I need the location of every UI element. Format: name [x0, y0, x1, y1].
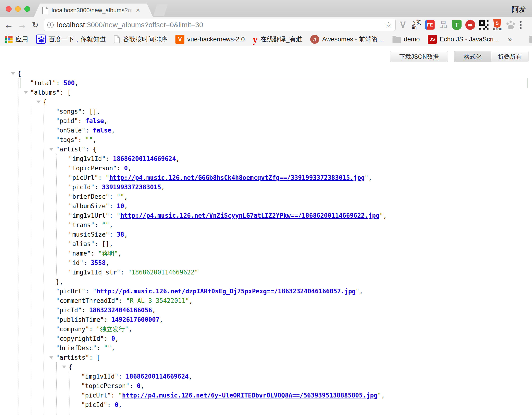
json-line: "tags": "",	[56, 135, 96, 145]
json-line: "picId": 0,	[81, 400, 122, 410]
json-line: "albums": [	[30, 88, 71, 97]
page-icon	[114, 36, 120, 43]
json-line: "artists": [	[56, 353, 100, 362]
json-line: "albumSize": 10,	[68, 201, 128, 211]
collapse-arrow-icon[interactable]	[11, 72, 15, 75]
bookmark-label: Echo JS - JavaScri…	[439, 36, 500, 43]
paw-icon[interactable]	[505, 19, 516, 31]
titlebar: localhost:3000/new_albums?of × 阿发	[0, 0, 532, 17]
apps-grid-icon	[5, 36, 12, 43]
json-url-link[interactable]: http://p4.music.126.net/6y-UleORITEDbvrO…	[122, 392, 377, 399]
json-line: {	[68, 362, 72, 372]
json-url-link[interactable]: http://p4.music.126.net/G6Gb8hsCk4h8oemc…	[109, 174, 365, 181]
new-tab-button[interactable]	[153, 4, 168, 16]
bookmark-label: vue-hackernews-2.0	[187, 36, 245, 43]
json-line: "artist": {	[56, 145, 96, 154]
bookmark-item[interactable]: 谷歌按时间排序	[114, 35, 167, 44]
close-window-button[interactable]	[6, 6, 12, 12]
bookmark-label: 谷歌按时间排序	[123, 35, 167, 44]
json-line: "img1v1Id": 18686200114669624,	[81, 372, 192, 381]
sitemap-icon[interactable]: 品	[438, 19, 448, 31]
echojs-icon: JS	[428, 35, 437, 44]
json-line: "picId": 18632324046166056,	[56, 305, 156, 315]
json-line: "picUrl": "http://p4.music.126.net/G6Gb8…	[68, 173, 372, 183]
minimize-window-button[interactable]	[15, 6, 21, 12]
bookmark-item[interactable]: demo	[392, 36, 420, 43]
json-line: "name": "蒋明",	[68, 249, 122, 258]
collapse-arrow-icon[interactable]	[62, 366, 66, 368]
maximize-window-button[interactable]	[24, 6, 30, 12]
forward-button[interactable]: →	[16, 17, 28, 33]
bookmark-label: demo	[404, 36, 420, 43]
bookmark-label: 百度一下，你就知道	[48, 35, 106, 44]
download-json-button[interactable]: 下载JSON数据	[390, 51, 448, 62]
bookmark-label: Awesomes - 前端资…	[322, 35, 384, 44]
tab-close-icon[interactable]: ×	[136, 7, 140, 14]
tab-favicon-page-icon	[42, 7, 48, 14]
address-bar[interactable]: i localhost:3000/new_albums?offset=0&lim…	[44, 19, 396, 31]
bookmark-item[interactable]: Vvue-hackernews-2.0	[175, 35, 245, 44]
format-button[interactable]: 格式化	[454, 51, 491, 62]
bookmark-star-icon[interactable]: ☆	[385, 20, 392, 29]
folder-icon	[392, 37, 401, 43]
json-line: "img1v1Url": "http://p4.music.126.net/Vn…	[68, 211, 387, 220]
collapse-all-button[interactable]: 折叠所有	[491, 51, 528, 62]
json-line: "briefDesc": "",	[56, 343, 115, 353]
json-line: "id": 3558,	[68, 258, 109, 268]
toolbar: ← → ↻ i localhost:3000/new_albums?offset…	[0, 17, 532, 33]
json-line: {	[18, 69, 21, 78]
json-line: "picUrl": "http://p4.music.126.net/dzpIA…	[56, 287, 363, 296]
bookmark-item[interactable]: JSEcho JS - JavaScri…	[428, 35, 500, 44]
translate-icon[interactable]: ⤸英en	[411, 19, 422, 31]
json-line: "topicPerson": 0,	[81, 381, 144, 391]
profile-name[interactable]: 阿发	[512, 5, 526, 14]
bookmark-item[interactable]: y在线翻译_有道	[253, 34, 302, 45]
json-url-link[interactable]: http://p4.music.126.net/dzpIARf0sEg_Dj75…	[96, 288, 356, 295]
bookmark-label: 在线翻译_有道	[260, 35, 302, 44]
other-bookmarks[interactable]: 其他书签	[529, 35, 532, 44]
json-line: "paid": false,	[56, 116, 108, 126]
collapse-arrow-icon[interactable]	[49, 356, 53, 359]
reload-button[interactable]: ↻	[29, 17, 41, 33]
tab-title: localhost:3000/new_albums?of	[52, 7, 133, 14]
fe-icon[interactable]: FE	[425, 19, 435, 31]
tampermonkey-icon[interactable]: T	[452, 19, 462, 31]
vue-devtools-icon[interactable]: V	[398, 19, 408, 31]
back-button[interactable]: ←	[3, 17, 14, 33]
json-line: "topicPerson": 0,	[68, 164, 132, 173]
collapse-arrow-icon[interactable]	[24, 91, 28, 94]
json-line: "alias": [],	[68, 239, 113, 249]
browser-menu-icon[interactable]	[520, 21, 522, 29]
json-line: "musicSize": 38,	[68, 230, 128, 239]
json-line: {	[43, 97, 47, 107]
json-line: "picUrl": "http://p4.music.126.net/6y-Ul…	[81, 391, 385, 400]
html5-player-icon[interactable]: 5PLAYER	[492, 19, 503, 31]
youdao-icon: y	[253, 34, 257, 45]
bookmark-item[interactable]: 百度一下，你就知道	[36, 35, 106, 44]
bookmarks-overflow-chevron[interactable]: »	[508, 35, 512, 43]
json-line: "commentThreadId": "R_AL_3_35422011",	[56, 296, 193, 305]
fastforward-icon[interactable]: ▶▶	[465, 19, 475, 31]
json-line: "briefDesc": "",	[68, 192, 128, 201]
site-info-icon[interactable]: i	[47, 22, 54, 28]
bookmark-label: 应用	[15, 35, 28, 44]
collapse-arrow-icon[interactable]	[49, 148, 53, 151]
bookmark-item[interactable]: AAwesomes - 前端资…	[310, 35, 384, 44]
json-line: "total": 500,	[30, 78, 78, 88]
extensions-row: V⤸英enFE品T▶▶5PLAYER	[398, 17, 522, 33]
vue-icon: V	[175, 35, 184, 44]
json-line: "copyrightId": 0,	[56, 334, 119, 343]
json-url-link[interactable]: http://p4.music.126.net/VnZiScyynLG7atLI…	[120, 212, 380, 219]
json-line: "publishTime": 1492617600007,	[56, 315, 163, 324]
browser-window: localhost:3000/new_albums?of × 阿发 ← → ↻ …	[0, 0, 532, 415]
bookmark-item[interactable]: 应用	[5, 35, 28, 44]
url-text: localhost:3000/new_albums?offset=0&limit…	[57, 21, 203, 29]
browser-tab[interactable]: localhost:3000/new_albums?of ×	[34, 4, 153, 17]
json-line: "trans": "",	[68, 220, 113, 230]
baidu-paw-icon	[36, 35, 46, 44]
bookmarks-bar: 应用百度一下，你就知道谷歌按时间排序Vvue-hackernews-2.0y在线…	[0, 33, 532, 46]
folder-icon	[529, 37, 532, 43]
collapse-arrow-icon[interactable]	[36, 101, 41, 103]
view-mode-button-group: 格式化 折叠所有	[454, 51, 528, 62]
qrcode-icon[interactable]	[479, 19, 489, 31]
